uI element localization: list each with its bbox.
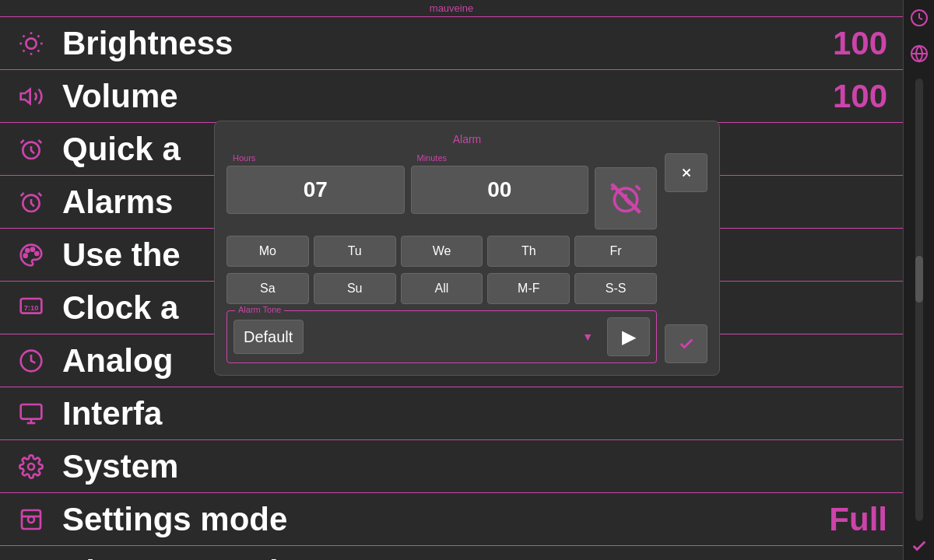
- day-tu[interactable]: Tu: [314, 236, 396, 267]
- day-we[interactable]: We: [401, 236, 483, 267]
- day-all[interactable]: All: [401, 273, 483, 304]
- hours-field: Hours: [226, 153, 405, 229]
- day-ss[interactable]: S-S: [574, 273, 657, 304]
- days-row-1: Mo Tu We Th Fr: [226, 236, 657, 267]
- tone-row: Default Beep Chime Bell ▶: [234, 317, 650, 356]
- alarm-modal-body: Hours Minutes: [226, 153, 708, 363]
- day-th[interactable]: Th: [487, 236, 570, 267]
- alarm-modal-title: Alarm: [226, 133, 708, 145]
- day-sa[interactable]: Sa: [226, 273, 309, 304]
- day-mf[interactable]: M-F: [487, 273, 570, 304]
- hours-label: Hours: [233, 153, 255, 163]
- alarm-modal-overlay: Alarm Hours Minutes: [0, 0, 934, 560]
- minutes-field: Minutes: [411, 153, 589, 229]
- tone-section-label: Alarm Tone: [235, 305, 284, 314]
- tone-section: Alarm Tone Default Beep Chime Bell ▶: [226, 310, 657, 363]
- time-row: Hours Minutes: [226, 153, 657, 229]
- svg-line-38: [636, 186, 641, 191]
- day-fr[interactable]: Fr: [574, 236, 657, 267]
- play-tone-button[interactable]: ▶: [607, 317, 650, 356]
- day-su[interactable]: Su: [314, 273, 396, 304]
- alarm-modal-left: Hours Minutes: [226, 153, 657, 363]
- close-alarm-button[interactable]: [665, 153, 708, 192]
- alarm-modal-actions: [665, 153, 708, 363]
- alarm-off-button[interactable]: [595, 167, 657, 229]
- minutes-label: Minutes: [417, 153, 448, 163]
- confirm-alarm-button[interactable]: [665, 324, 708, 363]
- day-mo[interactable]: Mo: [226, 236, 309, 267]
- days-row-2: Sa Su All M-F S-S: [226, 273, 657, 304]
- minutes-input[interactable]: [411, 166, 589, 214]
- hours-input[interactable]: [226, 166, 405, 214]
- tone-select-wrapper: Default Beep Chime Bell: [234, 320, 601, 354]
- tone-select[interactable]: Default Beep Chime Bell: [234, 320, 304, 354]
- alarm-modal: Alarm Hours Minutes: [214, 121, 720, 376]
